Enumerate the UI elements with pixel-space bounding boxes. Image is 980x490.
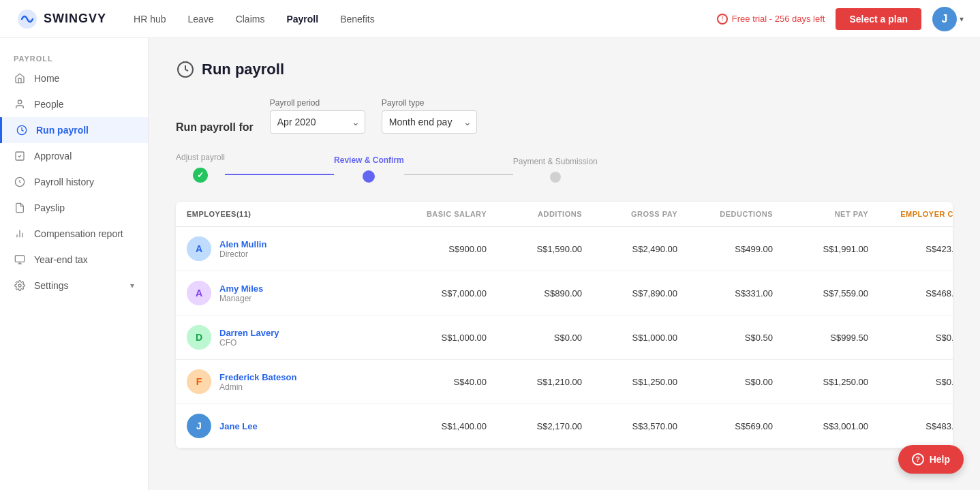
main-content: Run payroll Run payroll for Payroll peri… xyxy=(149,38,980,490)
employee-name-frederick-bateson[interactable]: Frederick Bateson xyxy=(219,372,296,382)
payroll-type-select[interactable]: Month end pay xyxy=(382,110,477,134)
logo[interactable]: SWINGVY xyxy=(16,8,106,30)
run-payroll-icon xyxy=(16,124,28,136)
net-pay-amy-miles: S$7,559.00 xyxy=(773,288,868,298)
net-pay-frederick-bateson: S$1,250.00 xyxy=(773,377,868,387)
sidebar-item-compensation-report[interactable]: Compensation report xyxy=(0,221,148,247)
sidebar: PAYROLL Home People Run payroll Approval xyxy=(0,38,149,490)
nav-links: HR hub Leave Claims Payroll Benefits xyxy=(134,14,717,25)
additions-jane-lee: S$2,170.00 xyxy=(487,421,582,431)
employee-title-alen-mullin: Director xyxy=(219,249,266,259)
table-row: D Darren Lavery CFO S$1,000.00 S$0.00 S$… xyxy=(176,316,953,360)
sidebar-label-payroll-history: Payroll history xyxy=(34,177,94,187)
sidebar-item-year-end-tax[interactable]: Year-end tax xyxy=(0,247,148,273)
person-icon xyxy=(14,98,26,110)
svg-rect-8 xyxy=(15,256,24,262)
help-label: Help xyxy=(930,454,950,465)
col-employees: EMPLOYEES(11) xyxy=(187,210,378,218)
nav-leave[interactable]: Leave xyxy=(187,14,213,25)
employee-name-amy-miles[interactable]: Amy Miles xyxy=(219,284,263,294)
report-icon xyxy=(14,228,26,240)
step-payment-submission-label: Payment & Submission xyxy=(513,157,598,166)
avatar-darren-lavery: D xyxy=(187,325,211,350)
steps-container: Adjust payroll ✓ Review & Confirm Paymen… xyxy=(176,153,953,183)
trial-badge: ! Free trial - 256 days left xyxy=(717,14,825,25)
help-button[interactable]: ? Help xyxy=(898,445,964,474)
approval-icon xyxy=(14,150,26,162)
employee-name-jane-lee[interactable]: Jane Lee xyxy=(219,421,258,431)
sidebar-label-home: Home xyxy=(34,73,59,84)
home-icon xyxy=(14,72,26,85)
employee-name-darren-lavery[interactable]: Darren Lavery xyxy=(219,328,279,338)
employee-info-amy-miles: Amy Miles Manager xyxy=(219,284,263,303)
basic-salary-amy-miles: S$7,000.00 xyxy=(378,288,487,298)
page-title: Run payroll xyxy=(202,61,284,78)
run-payroll-header-icon xyxy=(176,60,195,79)
settings-icon xyxy=(14,279,26,292)
additions-darren-lavery: S$0.00 xyxy=(487,333,582,343)
svg-point-1 xyxy=(18,100,21,104)
sidebar-item-people[interactable]: People xyxy=(0,91,148,117)
employee-title-frederick-bateson: Admin xyxy=(219,382,296,392)
employee-title-darren-lavery: CFO xyxy=(219,338,279,348)
step-line-2 xyxy=(404,174,513,175)
gross-pay-darren-lavery: S$1,000.00 xyxy=(582,333,677,343)
nav-hr-hub[interactable]: HR hub xyxy=(134,14,166,25)
svg-text:D: D xyxy=(196,332,202,343)
employer-cpf-frederick-bateson: S$0.00 xyxy=(868,377,953,387)
employee-name-alen-mullin[interactable]: Alen Mullin xyxy=(219,239,266,249)
payroll-table: EMPLOYEES(11) BASIC SALARY ADDITIONS GRO… xyxy=(176,202,953,448)
payroll-period-select[interactable]: Apr 2020 xyxy=(270,110,365,134)
employee-cell-frederick-bateson: F Frederick Bateson Admin xyxy=(187,369,378,394)
sidebar-item-home[interactable]: Home xyxy=(0,65,148,91)
deductions-darren-lavery: S$0.50 xyxy=(677,333,773,343)
employer-cpf-alen-mullin: S$423.00 xyxy=(868,244,953,254)
basic-salary-jane-lee: S$1,400.00 xyxy=(378,421,487,431)
help-icon: ? xyxy=(912,453,924,465)
sidebar-item-settings[interactable]: Settings ▾ xyxy=(0,273,148,298)
employee-title-amy-miles: Manager xyxy=(219,294,263,303)
svg-text:A: A xyxy=(196,288,202,298)
user-avatar-dropdown[interactable]: J ▾ xyxy=(932,7,964,31)
sidebar-label-approval: Approval xyxy=(34,151,72,162)
employee-info-frederick-bateson: Frederick Bateson Admin xyxy=(219,372,296,392)
step-payment-submission: Payment & Submission xyxy=(513,157,598,183)
step-line-1 xyxy=(225,174,334,175)
sidebar-item-payslip[interactable]: Payslip xyxy=(0,195,148,221)
gross-pay-frederick-bateson: S$1,250.00 xyxy=(582,377,677,387)
nav-payroll[interactable]: Payroll xyxy=(286,14,318,25)
nav-claims[interactable]: Claims xyxy=(236,14,265,25)
sidebar-item-approval[interactable]: Approval xyxy=(0,143,148,169)
payroll-period-group: Payroll period Apr 2020 xyxy=(270,98,365,134)
sidebar-item-run-payroll[interactable]: Run payroll xyxy=(0,117,148,143)
select-plan-button[interactable]: Select a plan xyxy=(836,8,921,30)
step-review-confirm-dot xyxy=(363,170,375,183)
svg-point-11 xyxy=(18,284,21,287)
avatar-frederick-bateson: F xyxy=(187,369,211,394)
payroll-period-wrapper: Apr 2020 xyxy=(270,110,365,134)
step-review-confirm-label: Review & Confirm xyxy=(334,155,404,165)
topnav: SWINGVY HR hub Leave Claims Payroll Bene… xyxy=(0,0,980,38)
gross-pay-amy-miles: S$7,890.00 xyxy=(582,288,677,298)
page-header: Run payroll xyxy=(176,60,953,79)
avatar-chevron-icon: ▾ xyxy=(960,14,964,24)
sidebar-item-payroll-history[interactable]: Payroll history xyxy=(0,169,148,195)
additions-alen-mullin: S$1,590.00 xyxy=(487,244,582,254)
sidebar-label-people: People xyxy=(34,99,64,110)
employer-cpf-amy-miles: S$468.00 xyxy=(868,288,953,298)
tax-icon xyxy=(14,254,26,266)
employee-cell-jane-lee: J Jane Lee xyxy=(187,414,378,438)
employee-info-jane-lee: Jane Lee xyxy=(219,421,258,431)
step-adjust-payroll-dot: ✓ xyxy=(193,168,208,183)
svg-text:A: A xyxy=(196,243,202,254)
employer-cpf-jane-lee: S$483.00 xyxy=(868,421,953,431)
sidebar-label-payslip: Payslip xyxy=(34,202,65,213)
logo-text: SWINGVY xyxy=(44,12,106,26)
deductions-frederick-bateson: S$0.00 xyxy=(677,377,773,387)
col-net-pay: NET PAY xyxy=(773,210,868,218)
nav-benefits[interactable]: Benefits xyxy=(340,14,375,25)
payroll-type-group: Payroll type Month end pay xyxy=(382,98,477,134)
trial-text: Free trial - 256 days left xyxy=(732,14,825,24)
employee-cell-alen-mullin: A Alen Mullin Director xyxy=(187,236,378,261)
layout: PAYROLL Home People Run payroll Approval xyxy=(0,38,980,490)
